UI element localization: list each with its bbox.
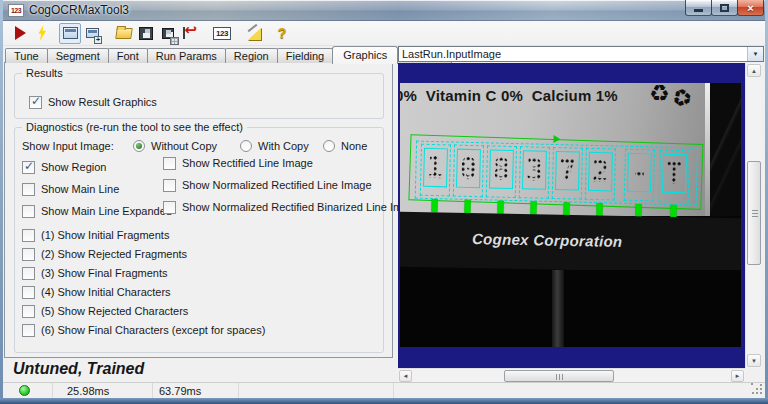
show-initial-characters-checkbox[interactable] bbox=[22, 286, 35, 299]
train-state-text: Untuned, Trained bbox=[13, 360, 144, 378]
save-as-button[interactable] bbox=[157, 23, 179, 44]
import-arrow-icon: ↩ bbox=[182, 26, 199, 41]
app-icon: 123 bbox=[8, 4, 24, 17]
scroll-down-icon: ▼ bbox=[751, 358, 757, 364]
char-cell: 1 bbox=[420, 144, 451, 197]
total-time-cell: 63.79ms bbox=[153, 383, 239, 398]
scene-background bbox=[400, 270, 741, 347]
floppy-disk-icon bbox=[139, 27, 153, 40]
show-main-line-expanded-row: Show Main Line Expanded bbox=[22, 204, 172, 218]
show-main-line-expanded-checkbox[interactable] bbox=[22, 205, 35, 218]
scroll-down-button[interactable]: ▼ bbox=[747, 354, 761, 367]
ocr-char: 3 bbox=[526, 152, 544, 188]
show-result-graphics-checkbox[interactable] bbox=[29, 96, 42, 109]
tune-button[interactable] bbox=[243, 23, 265, 44]
maximize-icon bbox=[720, 4, 729, 12]
show-final-characters-row: (6) Show Final Characters (except for sp… bbox=[22, 323, 265, 337]
char-cell: 7 bbox=[552, 147, 583, 200]
add-floating-window-button[interactable]: + bbox=[81, 23, 103, 44]
show-initial-characters-row: (4) Show Initial Characters bbox=[22, 285, 171, 299]
nutrition-text: 0% Vitamin C 0% Calcium 1% bbox=[400, 87, 618, 104]
show-result-graphics-row: Show Result Graphics bbox=[29, 95, 157, 109]
grid-badge-icon bbox=[170, 37, 179, 45]
title-bar[interactable]: 123 CogOCRMaxTool3 bbox=[0, 0, 768, 21]
resize-grip[interactable] bbox=[751, 383, 763, 395]
tab-font[interactable]: Font bbox=[108, 48, 148, 63]
char-mark bbox=[563, 202, 569, 215]
brand-text: Cognex Corporation bbox=[472, 230, 623, 250]
recycle-icon: ♻ bbox=[649, 83, 670, 105]
checkbox-label: (5) Show Rejected Characters bbox=[41, 305, 188, 317]
close-button[interactable]: × bbox=[737, 0, 764, 16]
tab-tune[interactable]: Tune bbox=[5, 48, 48, 63]
import-tool-button[interactable]: ↩ bbox=[179, 23, 201, 44]
tab-fielding[interactable]: Fielding bbox=[277, 48, 334, 63]
help-icon: ? bbox=[278, 26, 287, 40]
horizontal-scroll-thumb[interactable] bbox=[504, 370, 614, 382]
maximize-button[interactable] bbox=[711, 0, 738, 16]
horizontal-scrollbar[interactable]: ◄ ► bbox=[398, 368, 745, 382]
radio-without-copy[interactable]: Without Copy bbox=[133, 139, 217, 153]
run-button[interactable] bbox=[9, 23, 31, 44]
scroll-left-button[interactable]: ◄ bbox=[399, 370, 412, 382]
run-time-value: 25.98ms bbox=[67, 385, 109, 397]
show-normalized-rectified-binarized-line-image-checkbox[interactable] bbox=[163, 201, 176, 214]
diagnostics-groupbox: Diagnostics (re-run the tool to see the … bbox=[14, 127, 384, 353]
scroll-right-icon: ► bbox=[735, 373, 741, 379]
tab-segment[interactable]: Segment bbox=[47, 48, 109, 63]
show-final-fragments-row: (3) Show Final Fragments bbox=[22, 266, 168, 280]
show-final-characters-checkbox[interactable] bbox=[22, 324, 35, 337]
show-rejected-fragments-row: (2) Show Rejected Fragments bbox=[22, 247, 187, 261]
tab-graphics[interactable]: Graphics bbox=[332, 46, 398, 64]
minimize-button[interactable] bbox=[685, 0, 712, 16]
radio-none[interactable]: None bbox=[323, 139, 367, 153]
show-final-fragments-checkbox[interactable] bbox=[22, 267, 35, 280]
show-main-line-checkbox[interactable] bbox=[22, 183, 35, 196]
open-file-button[interactable] bbox=[113, 23, 135, 44]
radio-icon[interactable] bbox=[240, 140, 252, 152]
empty-status-cell bbox=[239, 383, 394, 398]
image-viewport[interactable]: 0% Vitamin C 0% Calcium 1% ♻ ♻ 1 0 8 3 7… bbox=[398, 63, 745, 368]
electric-run-button[interactable] bbox=[31, 23, 53, 44]
tab-region[interactable]: Region bbox=[225, 48, 278, 63]
cog-ocr-max-tool-window: 123 CogOCRMaxTool3 × + ↩ 123 ? Tune Segm… bbox=[0, 0, 768, 404]
vertical-scroll-thumb[interactable] bbox=[747, 161, 761, 265]
results-group-title: Results bbox=[22, 67, 67, 79]
show-region-checkbox[interactable] bbox=[22, 161, 35, 174]
scrollbar-corner bbox=[745, 368, 761, 382]
show-normalized-rectified-line-image-checkbox[interactable] bbox=[163, 179, 176, 192]
show-rejected-characters-checkbox[interactable] bbox=[22, 305, 35, 318]
show-rectified-line-image-checkbox[interactable] bbox=[163, 157, 176, 170]
show-normalized-rectified-binarized-line-image-row: Show Normalized Rectified Binarized Line… bbox=[163, 200, 420, 214]
vertical-scrollbar[interactable]: ▲ ▼ bbox=[745, 63, 761, 368]
tab-strip: Tune Segment Font Run Params Region Fiel… bbox=[5, 46, 451, 63]
floating-window-button[interactable] bbox=[59, 23, 81, 44]
help-button[interactable]: ? bbox=[271, 23, 293, 44]
ocr-char: 2 bbox=[592, 154, 610, 190]
show-rejected-characters-row: (5) Show Rejected Characters bbox=[22, 304, 188, 318]
char-mark bbox=[530, 201, 536, 214]
show-rejected-fragments-checkbox[interactable] bbox=[22, 248, 35, 261]
scroll-up-button[interactable]: ▲ bbox=[747, 64, 761, 77]
show-normalized-rectified-line-image-row: Show Normalized Rectified Line Image bbox=[163, 178, 372, 192]
scroll-right-button[interactable]: ► bbox=[731, 370, 744, 382]
tab-run-params[interactable]: Run Params bbox=[147, 48, 226, 63]
ocr-tool-button[interactable]: 123 bbox=[211, 23, 233, 44]
show-initial-fragments-checkbox[interactable] bbox=[22, 229, 35, 242]
scroll-up-icon: ▲ bbox=[751, 68, 757, 74]
checkbox-label: Show Normalized Rectified Binarized Line… bbox=[182, 201, 420, 213]
run-time-cell: 25.98ms bbox=[53, 383, 153, 398]
radio-icon[interactable] bbox=[323, 140, 335, 152]
ocr-char: 7 bbox=[559, 153, 577, 189]
radio-label: Without Copy bbox=[151, 140, 217, 152]
dark-background bbox=[710, 83, 741, 216]
char-mark bbox=[635, 204, 641, 217]
window-border-left bbox=[0, 0, 3, 404]
toolbar: + ↩ 123 ? bbox=[3, 21, 765, 46]
combo-arrow-button[interactable]: ▼ bbox=[747, 47, 763, 61]
image-source-selector[interactable]: LastRun.InputImage ▼ bbox=[398, 46, 764, 62]
ocr-char: T bbox=[666, 155, 684, 191]
radio-icon[interactable] bbox=[133, 140, 145, 152]
radio-with-copy[interactable]: With Copy bbox=[240, 139, 309, 153]
save-button[interactable] bbox=[135, 23, 157, 44]
